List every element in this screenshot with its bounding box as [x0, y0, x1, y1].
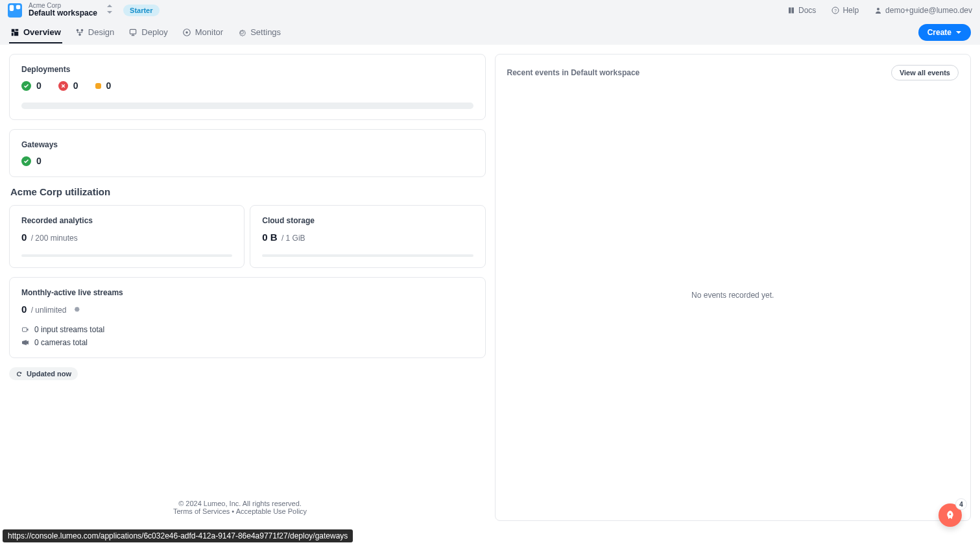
monitor-icon — [182, 28, 191, 37]
recorded-title: Recorded analytics — [21, 216, 232, 225]
tab-deploy-label: Deploy — [141, 27, 167, 37]
updated-text: Updated now — [27, 370, 71, 378]
help-icon: ? — [831, 6, 839, 14]
top-bar: Acme Corp Default workspace Starter Docs… — [0, 0, 980, 20]
events-title: Recent events in Default workspace — [507, 68, 640, 77]
cameras-text: 0 cameras total — [34, 338, 88, 347]
tab-settings-label: Settings — [250, 27, 281, 37]
streams-limit: / unlimited — [29, 306, 66, 315]
svg-point-10 — [81, 29, 84, 31]
svg-rect-8 — [14, 31, 18, 35]
stream-icon — [21, 326, 29, 333]
deployments-err[interactable]: 0 — [58, 80, 78, 91]
storage-title: Cloud storage — [262, 216, 473, 225]
user-icon — [874, 6, 882, 14]
tab-monitor-label: Monitor — [195, 27, 223, 37]
updated-pill[interactable]: Updated now — [9, 367, 78, 380]
book-icon — [787, 6, 795, 14]
cloud-storage-card: Cloud storage 0 B / 1 GiB — [250, 205, 485, 268]
deployments-warn[interactable]: 0 — [95, 80, 112, 91]
workspace-name: Default workspace — [29, 9, 97, 18]
deployments-progress-bar — [21, 103, 473, 109]
footer: © 2024 Lumeo, Inc. All rights reserved. … — [9, 500, 471, 515]
svg-point-4 — [877, 8, 879, 10]
storage-value: 0 B — [262, 232, 277, 243]
app-logo[interactable] — [8, 3, 22, 18]
svg-rect-7 — [12, 32, 14, 36]
camera-icon — [21, 339, 29, 346]
svg-rect-12 — [130, 29, 136, 34]
fab-badge: 4 — [955, 498, 967, 510]
events-card: Recent events in Default workspace View … — [495, 54, 972, 521]
tab-overview-label: Overview — [23, 27, 61, 37]
create-button[interactable]: Create — [918, 24, 971, 41]
gateways-card: Gateways 0 — [9, 129, 486, 177]
tab-settings[interactable]: Settings — [236, 21, 282, 43]
events-empty-text: No events recorded yet. — [691, 291, 774, 300]
tab-monitor[interactable]: Monitor — [181, 21, 224, 43]
tab-deploy[interactable]: Deploy — [127, 21, 169, 43]
tab-design-label: Design — [88, 27, 114, 37]
storage-limit: / 1 GiB — [280, 234, 305, 243]
x-circle-icon — [58, 81, 68, 91]
live-streams-card: Monthly-active live streams 0 / unlimite… — [9, 277, 486, 358]
workspace-switcher[interactable]: Acme Corp Default workspace — [29, 2, 97, 18]
svg-point-11 — [78, 33, 81, 36]
main-tabs: Overview Design Deploy Monitor Settings … — [0, 20, 980, 45]
workspace-caret-icon[interactable] — [106, 5, 113, 16]
deployments-ok-count: 0 — [36, 80, 42, 91]
streams-title: Monthly-active live streams — [21, 288, 473, 297]
deployments-err-count: 0 — [73, 80, 78, 91]
deployments-ok[interactable]: 0 — [21, 80, 42, 91]
right-column: Recent events in Default workspace View … — [495, 54, 972, 536]
deploy-icon — [128, 28, 137, 37]
recorded-limit: / 200 minutes — [29, 234, 77, 243]
url-hover-tooltip: https://console.lumeo.com/applications/6… — [3, 529, 353, 542]
footer-copyright: © 2024 Lumeo, Inc. All rights reserved. — [9, 500, 471, 507]
input-streams-text: 0 input streams total — [34, 325, 104, 334]
svg-rect-15 — [23, 328, 27, 332]
svg-rect-6 — [16, 29, 19, 30]
refresh-icon — [16, 370, 23, 378]
svg-point-9 — [77, 29, 79, 31]
terms-link[interactable]: Terms of Services — [173, 507, 230, 515]
streams-value: 0 — [21, 304, 27, 315]
design-icon — [75, 28, 84, 37]
tab-overview[interactable]: Overview — [9, 21, 62, 43]
tab-design[interactable]: Design — [74, 21, 115, 43]
check-circle-icon — [21, 81, 31, 91]
deployments-status-row: 0 0 0 — [21, 80, 473, 91]
deployments-title: Deployments — [21, 65, 473, 74]
plan-badge[interactable]: Starter — [123, 5, 159, 16]
svg-rect-5 — [12, 29, 15, 32]
recorded-analytics-card: Recorded analytics 0 / 200 minutes — [9, 205, 245, 268]
gear-icon — [237, 28, 246, 37]
gateways-ok-count: 0 — [36, 156, 42, 166]
help-link[interactable]: ? Help — [831, 6, 859, 15]
svg-rect-0 — [10, 5, 14, 10]
svg-text:?: ? — [835, 8, 837, 12]
deployments-card: Deployments 0 0 0 — [9, 54, 486, 120]
utilization-heading: Acme Corp utilization — [10, 186, 486, 197]
aup-link[interactable]: Acceptable Use Policy — [236, 507, 307, 515]
deployments-warn-count: 0 — [106, 80, 112, 91]
launcher-fab[interactable]: 4 — [938, 503, 962, 527]
cameras-line: 0 cameras total — [21, 338, 473, 347]
chevron-down-icon — [955, 29, 962, 36]
check-circle-icon — [21, 156, 31, 166]
content-area: Deployments 0 0 0 Gateways — [0, 45, 980, 545]
svg-rect-1 — [16, 5, 20, 8]
user-menu[interactable]: demo+guide@lumeo.dev — [874, 6, 972, 15]
gateways-ok[interactable]: 0 — [21, 156, 42, 166]
left-column: Deployments 0 0 0 Gateways — [9, 54, 486, 536]
dashboard-icon — [10, 28, 19, 37]
gear-icon[interactable] — [73, 305, 80, 313]
gateways-title: Gateways — [21, 140, 473, 149]
docs-link[interactable]: Docs — [787, 6, 816, 15]
svg-point-14 — [185, 31, 188, 34]
recorded-value: 0 — [21, 232, 27, 243]
view-all-events-button[interactable]: View all events — [891, 65, 959, 80]
input-streams-line: 0 input streams total — [21, 325, 473, 334]
docs-label: Docs — [798, 6, 816, 15]
recorded-progress-bar — [21, 254, 232, 257]
